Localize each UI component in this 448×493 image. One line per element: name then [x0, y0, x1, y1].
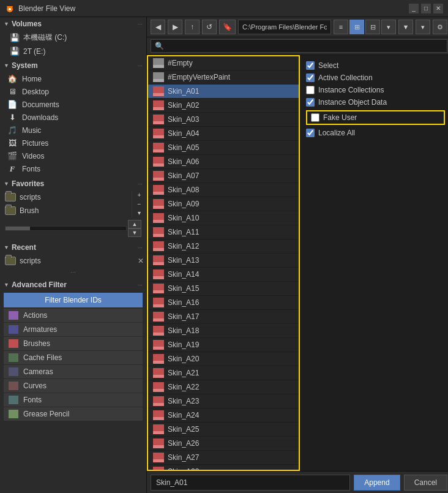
instance-collections-checkbox[interactable]	[306, 86, 315, 94]
instance-object-data-checkbox[interactable]	[306, 98, 315, 107]
view-drop-button[interactable]: ▾	[381, 20, 396, 34]
file-item-empty-vertex[interactable]: #EmptyVertexPaint	[148, 70, 299, 85]
file-item-skin-a01[interactable]: Skin_A01	[148, 85, 299, 99]
favorite-item-brush[interactable]: Brush	[0, 204, 132, 217]
cancel-button[interactable]: Cancel	[404, 475, 447, 491]
file-item-skin-a04[interactable]: Skin_A04	[148, 127, 299, 141]
append-button[interactable]: Append	[354, 475, 400, 491]
filter-fonts-item[interactable]: Fonts	[4, 393, 143, 407]
volumes-section-header[interactable]: ▼ Volumes ···	[0, 17, 146, 31]
file-item-skin-a09[interactable]: Skin_A09	[148, 197, 299, 211]
system-section-header[interactable]: ▼ System ···	[0, 59, 146, 72]
filter-cache-files-item[interactable]: Cache Files	[4, 351, 143, 364]
up-button[interactable]: ↑	[185, 20, 200, 34]
filter-curves-item[interactable]: Curves	[4, 379, 143, 393]
advanced-filter-section-header[interactable]: ▼ Advanced Filter ···	[0, 278, 146, 292]
file-item-skin-a08[interactable]: Skin_A08	[148, 183, 299, 197]
instance-collections-label[interactable]: Instance Collections	[318, 86, 384, 94]
file-item-skin-a22[interactable]: Skin_A22	[148, 380, 299, 394]
instance-object-data-label[interactable]: Instance Object Data	[318, 98, 387, 107]
path-input[interactable]	[238, 20, 331, 34]
file-item-skin-a14[interactable]: Skin_A14	[148, 268, 299, 282]
filter-cameras-item[interactable]: Cameras	[4, 365, 143, 378]
file-item-skin-a16[interactable]: Skin_A16	[148, 296, 299, 310]
sidebar-item-desktop[interactable]: 🖥 Desktop	[0, 85, 146, 98]
sidebar-item-documents[interactable]: 📄 Documents	[0, 98, 146, 111]
maximize-button[interactable]: □	[421, 4, 431, 13]
file-item-skin-a19[interactable]: Skin_A19	[148, 338, 299, 352]
file-item-skin-a25[interactable]: Skin_A25	[148, 423, 299, 437]
file-item-skin-a28[interactable]: Skin_A28	[148, 465, 299, 471]
filter-actions-item[interactable]: Actions	[4, 309, 143, 322]
filename-input[interactable]	[151, 475, 350, 491]
sidebar-item-music[interactable]: 🎵 Music	[0, 124, 146, 137]
file-item-skin-a23[interactable]: Skin_A23	[148, 394, 299, 408]
file-item-empty1[interactable]: #Empty	[148, 56, 299, 70]
sidebar-item-downloads[interactable]: ⬇ Downloads	[0, 111, 146, 124]
file-item-skin-a11[interactable]: Skin_A11	[148, 225, 299, 239]
favorites-add-button[interactable]: +	[132, 190, 146, 200]
favorites-scroll-up-button[interactable]: ▲	[128, 220, 141, 228]
favorites-scroll-track[interactable]	[5, 226, 127, 231]
localize-all-label[interactable]: Localize All	[318, 129, 355, 137]
recent-scripts-close-button[interactable]: ✕	[138, 257, 144, 265]
file-item-skin-a18[interactable]: Skin_A18	[148, 324, 299, 338]
file-item-skin-a13[interactable]: Skin_A13	[148, 254, 299, 268]
filter-button[interactable]: ▼	[398, 20, 413, 34]
forward-button[interactable]: ▶	[168, 20, 182, 34]
file-item-skin-a03[interactable]: Skin_A03	[148, 113, 299, 127]
filter-brushes-label: Brushes	[23, 339, 50, 348]
file-item-skin-a02[interactable]: Skin_A02	[148, 99, 299, 113]
active-collection-checkbox[interactable]	[306, 73, 315, 82]
active-collection-label[interactable]: Active Collection	[318, 73, 373, 82]
back-button[interactable]: ◀	[151, 20, 165, 34]
select-checkbox[interactable]	[306, 61, 315, 70]
favorites-scroll-down-button[interactable]: ▾	[132, 208, 146, 217]
view-tiles-button[interactable]: ⊟	[365, 20, 380, 34]
recent-item-scripts[interactable]: scripts ✕	[0, 254, 146, 268]
view-list-button[interactable]: ≡	[334, 20, 348, 34]
view-grid-button[interactable]: ⊞	[349, 20, 364, 34]
sidebar-item-videos[interactable]: 🎬 Videos	[0, 149, 146, 162]
file-item-skin-a17[interactable]: Skin_A17	[148, 310, 299, 324]
bookmark-button[interactable]: 🔖	[219, 20, 236, 34]
favorites-scroll-down-btn2[interactable]: ▼	[128, 228, 141, 237]
minimize-button[interactable]: _	[409, 4, 419, 13]
file-item-skin-a26[interactable]: Skin_A26	[148, 437, 299, 451]
file-item-skin-a20[interactable]: Skin_A20	[148, 352, 299, 366]
filter-blender-ids-button[interactable]: Filter Blender IDs	[4, 293, 143, 307]
file-item-skin-a27[interactable]: Skin_A27	[148, 451, 299, 465]
favorites-section-header[interactable]: ▼ Favorites ···	[0, 177, 146, 190]
volume-item-c[interactable]: 💾 本機磁碟 (C:)	[0, 31, 146, 45]
refresh-button[interactable]: ↺	[202, 20, 217, 34]
file-item-skin-a12[interactable]: Skin_A12	[148, 239, 299, 254]
file-item-skin-a15[interactable]: Skin_A15	[148, 282, 299, 296]
filter-armatures-item[interactable]: Armatures	[4, 323, 143, 336]
file-name-skin-a11: Skin_A11	[168, 228, 199, 236]
filter-grease-pencil-item[interactable]: Grease Pencil	[4, 407, 143, 421]
localize-all-checkbox[interactable]	[306, 129, 315, 137]
file-name-skin-a02: Skin_A02	[168, 101, 199, 110]
search-input[interactable]	[151, 39, 447, 53]
favorite-item-scripts[interactable]: scripts	[0, 190, 132, 204]
fake-user-checkbox[interactable]	[311, 113, 319, 122]
file-item-skin-a05[interactable]: Skin_A05	[148, 141, 299, 155]
file-item-skin-a06[interactable]: Skin_A06	[148, 155, 299, 169]
fake-user-label[interactable]: Fake User	[323, 113, 357, 122]
favorites-remove-button[interactable]: −	[132, 200, 146, 209]
settings-button[interactable]: ⚙	[433, 20, 447, 34]
sidebar-item-home[interactable]: 🏠 Home	[0, 72, 146, 85]
volume-item-e[interactable]: 💾 2T (E:)	[0, 45, 146, 58]
recent-section-header[interactable]: ▼ Recent ···	[0, 241, 146, 254]
sidebar-item-fonts[interactable]: F Fonts	[0, 162, 146, 176]
sidebar-item-pictures[interactable]: 🖼 Pictures	[0, 137, 146, 149]
close-button[interactable]: ✕	[433, 4, 443, 13]
select-label[interactable]: Select	[318, 61, 338, 70]
favorites-scroll-bar-area: ▲ ▼	[0, 217, 146, 239]
file-item-skin-a07[interactable]: Skin_A07	[148, 169, 299, 183]
file-item-skin-a24[interactable]: Skin_A24	[148, 408, 299, 423]
file-item-skin-a10[interactable]: Skin_A10	[148, 211, 299, 225]
filter-brushes-item[interactable]: Brushes	[4, 337, 143, 350]
file-item-skin-a21[interactable]: Skin_A21	[148, 366, 299, 380]
filter-drop-button[interactable]: ▾	[416, 20, 430, 34]
